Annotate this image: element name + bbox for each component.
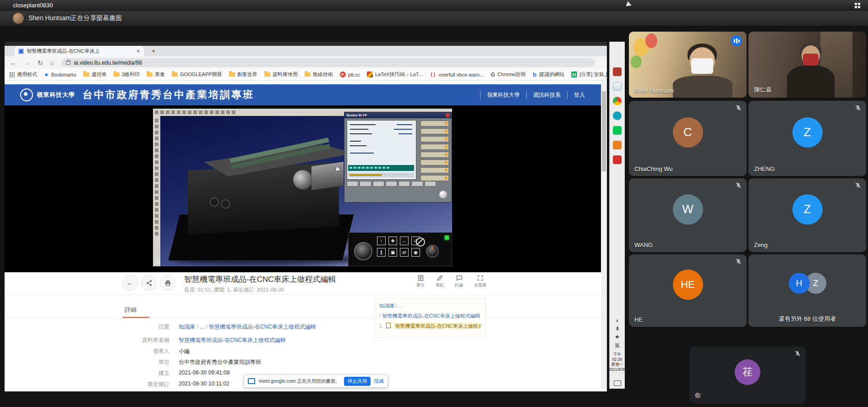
detail-row-location: 位置 知識庫 / ... / 智慧機電專班成品-在CNC車床上做程式編輯 (5, 323, 353, 331)
taskbar-app-icon-line[interactable] (613, 126, 622, 135)
scrollbar-thumb[interactable] (602, 91, 606, 171)
participant-tile-chiaching[interactable]: C ChiaChing Wu (629, 101, 747, 176)
toc-current-item-link[interactable]: 智慧機電專班成品-在CNC車床上做程式編輯 (393, 323, 481, 329)
taskbar-clock[interactable]: 下午 02:26 星期一 2021/8/30 (609, 352, 626, 372)
video-title: 智慧機電專班成品-在CNC車床上做程式編輯 (184, 274, 336, 285)
home-icon[interactable]: ⌂ (50, 59, 54, 66)
discussion-button[interactable]: 討論 (455, 275, 463, 288)
bookmark-folder[interactable]: GOOGLEAPP開發 (172, 71, 222, 78)
tray-speaker-icon[interactable] (615, 334, 620, 340)
back-icon[interactable]: ← (10, 59, 16, 66)
tab-close-icon[interactable]: ✕ (136, 49, 140, 54)
forward-icon[interactable]: → (24, 59, 30, 66)
taskbar-app-icon-teal[interactable] (613, 111, 622, 120)
notes-button[interactable]: 筆記 (436, 275, 444, 288)
bookmark-item[interactable]: LaTeX技巧96：LaT... (367, 71, 422, 78)
folder-icon (83, 72, 89, 77)
tray-mic-icon[interactable] (615, 326, 620, 331)
detail-row-author: 發表人 小編 (5, 347, 353, 355)
breadcrumb-root-link[interactable]: 知識庫 (179, 324, 195, 330)
tray-expand-icon[interactable]: ∧ (616, 318, 619, 323)
browser-tab[interactable]: 智慧機電專班成品-在CNC車床上 ✕ (15, 46, 144, 56)
bookmark-folder[interactable]: 3維列印 (114, 71, 140, 78)
bookmark-item[interactable]: ( )overfull vbox warn... (429, 72, 484, 77)
lock-icon (66, 61, 71, 65)
fullscreen-button[interactable]: 全螢幕 (474, 275, 486, 288)
participant-name: HE (634, 316, 643, 323)
bookmark-folder[interactable]: 資料庫使用 (264, 71, 298, 78)
nav-link-login[interactable]: 登入 (567, 91, 591, 99)
self-view-tile[interactable]: 荏 你 (689, 346, 806, 403)
presenting-banner: Shen Huntsam正在分享螢幕畫面 (0, 11, 868, 26)
machine-port (210, 198, 219, 207)
calendar-favicon: 21 (571, 72, 577, 77)
bookmark-folder[interactable]: 無線技術 (305, 71, 333, 78)
share-button[interactable] (141, 275, 157, 291)
participant-tile-chen[interactable]: 陳仁嘉 (748, 32, 866, 98)
taskbar-app-icon-red[interactable] (613, 67, 622, 76)
participant-tile-wang[interactable]: W WANG (629, 178, 747, 252)
site-favicon-icon (18, 49, 24, 54)
reload-icon[interactable]: ↻ (38, 59, 43, 66)
bookmark-folder[interactable]: 美食 (147, 71, 165, 78)
nav-link-department[interactable]: 資訊科技系 (526, 91, 567, 99)
more-participants-label: 還有另外 68 位使用者 (748, 315, 866, 323)
taskbar-app-icon-orange[interactable] (613, 141, 622, 149)
cnc-close-icon (446, 113, 450, 117)
new-tab-button[interactable]: + (149, 47, 158, 55)
cnc-handwheel (439, 191, 447, 198)
toc-root-link[interactable]: 知識庫 (379, 303, 394, 308)
sim-side-toolbar (153, 116, 161, 266)
taskbar-app-icon-chrome[interactable] (613, 97, 622, 105)
video-meta: 長度: 01:51, 瀏覽: 1, 最近修訂: 2021-08-30 (184, 286, 336, 293)
bookmark-folder[interactable]: 遙控車 (83, 71, 107, 78)
nav-link-university[interactable]: 嶺東科技大學 (480, 91, 526, 99)
apps-grid-icon (9, 72, 15, 77)
bookmark-folder[interactable]: 創客世界 (229, 71, 257, 78)
address-bar[interactable]: ai.video.ltu.edu.tw/media/98 (61, 58, 595, 67)
bookmark-item[interactable]: Pptt.cc (340, 72, 360, 77)
folder-name-link[interactable]: 智慧機電專班成品-在CNC車床上做程式編輯 (179, 337, 286, 343)
bookmark-item[interactable]: 21[分享] 安裝上百套... (571, 71, 607, 78)
meet-app-window: closeplant0830 Shen Huntsam正在分享螢幕畫面 智慧機電… (0, 0, 868, 407)
breadcrumb-current-link[interactable]: 智慧機電專班成品-在CNC車床上做程式編輯 (209, 324, 316, 330)
folder-icon (172, 72, 178, 77)
page-top-gap (5, 81, 607, 84)
cnc-side-buttons (420, 121, 449, 181)
index-button[interactable]: 索引 (416, 275, 425, 288)
machine-port (221, 199, 230, 209)
chat-icon (456, 275, 463, 281)
print-button[interactable] (160, 275, 175, 291)
participant-tile-he[interactable]: HE HE (629, 254, 747, 327)
taskbar-app-icon-explorer[interactable] (613, 82, 622, 91)
avatar: Z (792, 117, 823, 148)
site-banner: 嶺東科技大學 台中市政府青秀台中產業培訓專班 嶺東科技大學 資訊科技系 登入 (5, 84, 607, 105)
back-button[interactable]: ← (122, 275, 138, 291)
input-language-indicator[interactable]: 英 (615, 342, 620, 349)
folder-icon (147, 72, 153, 77)
window-grid-icon[interactable] (855, 3, 861, 9)
toc-branch-link[interactable]: 智慧機電專班成品-在CNC車床上做程式編輯 (382, 313, 480, 319)
folder-icon (305, 72, 311, 77)
video-player[interactable]: Series 0i-TF (5, 105, 607, 272)
page-scrollbar[interactable] (601, 78, 607, 389)
tab-details[interactable]: 詳細 (125, 306, 136, 314)
selector-knob-icon (354, 242, 372, 260)
participant-tile-shen[interactable]: Shen Huntsam (629, 32, 747, 98)
stop-sharing-button[interactable]: 停止共用 (344, 377, 371, 386)
show-desktop-icon[interactable] (614, 380, 621, 386)
detail-row-folder: 資料夾名稱 智慧機電專班成品-在CNC車床上做程式編輯 (5, 336, 353, 344)
taskbar-app-icon-adobe[interactable] (613, 155, 622, 164)
more-participants-tile[interactable]: H Z 還有另外 68 位使用者 (748, 254, 866, 327)
bookmark-item[interactable]: GChrome說明 (491, 71, 525, 78)
breadcrumb-ellipsis-link[interactable]: ... (200, 324, 204, 330)
site-title: 台中市政府青秀台中產業培訓專班 (82, 88, 254, 102)
hide-button[interactable]: 隱藏 (374, 378, 384, 385)
bookmark-apps[interactable]: 應用程式 (9, 71, 37, 78)
bookmark-item[interactable]: ★Bookmarks (44, 72, 76, 78)
bookmark-item[interactable]: b建議的網站 (532, 71, 564, 78)
participant-tile-zeng[interactable]: Z Zeng (748, 178, 866, 252)
pencil-icon (437, 275, 443, 281)
presenter-avatar (13, 13, 24, 24)
participant-tile-zheng[interactable]: Z ZHENG (748, 101, 866, 176)
